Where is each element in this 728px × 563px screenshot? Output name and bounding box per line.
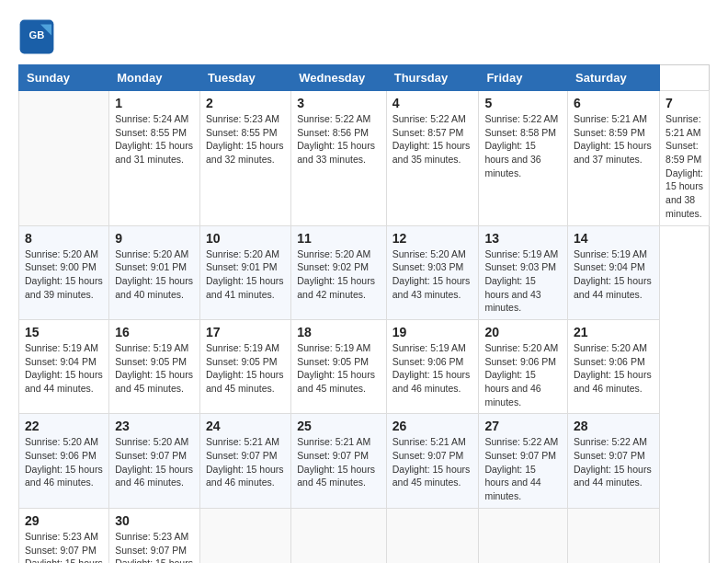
day-number: 14 (574, 231, 654, 246)
calendar-week-2: 8 Sunrise: 5:20 AM Sunset: 9:00 PM Dayli… (19, 225, 710, 319)
calendar-cell: 22 Sunrise: 5:20 AM Sunset: 9:06 PM Dayl… (19, 414, 109, 508)
day-number: 28 (574, 419, 654, 433)
day-info: Sunrise: 5:19 AM Sunset: 9:06 PM Dayligh… (392, 341, 473, 396)
day-info: Sunrise: 5:20 AM Sunset: 9:00 PM Dayligh… (25, 247, 103, 302)
day-number: 29 (25, 513, 103, 528)
calendar-cell (386, 508, 479, 563)
day-info: Sunrise: 5:20 AM Sunset: 9:01 PM Dayligh… (206, 247, 285, 302)
day-info: Sunrise: 5:22 AM Sunset: 8:56 PM Dayligh… (297, 112, 380, 167)
day-info: Sunrise: 5:20 AM Sunset: 9:06 PM Dayligh… (484, 341, 562, 408)
calendar-week-1: 1 Sunrise: 5:24 AM Sunset: 8:55 PM Dayli… (19, 91, 710, 226)
day-info: Sunrise: 5:20 AM Sunset: 9:01 PM Dayligh… (115, 247, 194, 302)
day-info: Sunrise: 5:20 AM Sunset: 9:02 PM Dayligh… (297, 247, 380, 302)
calendar-cell: 28 Sunrise: 5:22 AM Sunset: 9:07 PM Dayl… (568, 414, 660, 508)
calendar-cell (291, 508, 386, 563)
calendar-cell: 20 Sunrise: 5:20 AM Sunset: 9:06 PM Dayl… (479, 319, 568, 413)
calendar-cell: 2 Sunrise: 5:23 AM Sunset: 8:55 PM Dayli… (199, 91, 290, 226)
calendar-cell: 4 Sunrise: 5:22 AM Sunset: 8:57 PM Dayli… (386, 91, 479, 226)
calendar-cell: 15 Sunrise: 5:19 AM Sunset: 9:04 PM Dayl… (19, 319, 109, 413)
calendar-cell: 21 Sunrise: 5:20 AM Sunset: 9:06 PM Dayl… (568, 319, 660, 413)
day-number: 5 (484, 96, 562, 110)
day-info: Sunrise: 5:22 AM Sunset: 9:07 PM Dayligh… (484, 435, 562, 502)
day-info: Sunrise: 5:23 AM Sunset: 9:07 PM Dayligh… (25, 530, 103, 563)
day-number: 26 (392, 419, 473, 433)
calendar-cell: 29 Sunrise: 5:23 AM Sunset: 9:07 PM Dayl… (19, 508, 109, 563)
day-number: 11 (297, 231, 380, 246)
weekday-row: SundayMondayTuesdayWednesdayThursdayFrid… (19, 65, 710, 91)
day-info: Sunrise: 5:21 AM Sunset: 8:59 PM Dayligh… (665, 112, 703, 221)
calendar-cell: 23 Sunrise: 5:20 AM Sunset: 9:07 PM Dayl… (109, 414, 200, 508)
day-info: Sunrise: 5:21 AM Sunset: 9:07 PM Dayligh… (392, 435, 473, 489)
calendar-body: 1 Sunrise: 5:24 AM Sunset: 8:55 PM Dayli… (19, 91, 710, 564)
day-info: Sunrise: 5:21 AM Sunset: 8:59 PM Dayligh… (574, 112, 654, 167)
calendar-cell: 10 Sunrise: 5:20 AM Sunset: 9:01 PM Dayl… (199, 225, 290, 319)
logo: GB (18, 18, 61, 55)
logo-icon: GB (18, 18, 55, 55)
calendar-cell: 14 Sunrise: 5:19 AM Sunset: 9:04 PM Dayl… (568, 225, 660, 319)
calendar-cell: 3 Sunrise: 5:22 AM Sunset: 8:56 PM Dayli… (291, 91, 386, 226)
weekday-header-sunday: Sunday (19, 65, 109, 91)
calendar-cell: 27 Sunrise: 5:22 AM Sunset: 9:07 PM Dayl… (479, 414, 568, 508)
day-info: Sunrise: 5:20 AM Sunset: 9:03 PM Dayligh… (392, 247, 473, 302)
day-info: Sunrise: 5:19 AM Sunset: 9:04 PM Dayligh… (574, 247, 654, 302)
calendar-cell: 18 Sunrise: 5:19 AM Sunset: 9:05 PM Dayl… (291, 319, 386, 413)
day-number: 10 (206, 231, 285, 246)
calendar-cell: 1 Sunrise: 5:24 AM Sunset: 8:55 PM Dayli… (109, 91, 200, 226)
day-number: 22 (25, 419, 103, 433)
header: GB (18, 18, 710, 55)
day-info: Sunrise: 5:20 AM Sunset: 9:07 PM Dayligh… (115, 435, 194, 489)
day-info: Sunrise: 5:22 AM Sunset: 9:07 PM Dayligh… (574, 435, 654, 489)
day-number: 4 (392, 96, 473, 110)
calendar-cell (199, 508, 290, 563)
calendar-cell: 16 Sunrise: 5:19 AM Sunset: 9:05 PM Dayl… (109, 319, 200, 413)
day-info: Sunrise: 5:20 AM Sunset: 9:06 PM Dayligh… (574, 341, 654, 396)
weekday-header-tuesday: Tuesday (199, 65, 290, 91)
weekday-header-friday: Friday (479, 65, 568, 91)
day-number: 23 (115, 419, 194, 433)
day-info: Sunrise: 5:22 AM Sunset: 8:57 PM Dayligh… (392, 112, 473, 167)
svg-text:GB: GB (29, 29, 45, 40)
day-number: 19 (392, 325, 473, 339)
day-info: Sunrise: 5:19 AM Sunset: 9:05 PM Dayligh… (115, 341, 194, 396)
day-number: 17 (206, 325, 285, 339)
day-number: 6 (574, 96, 654, 110)
day-info: Sunrise: 5:19 AM Sunset: 9:05 PM Dayligh… (297, 341, 380, 396)
day-number: 21 (574, 325, 654, 339)
calendar: SundayMondayTuesdayWednesdayThursdayFrid… (18, 64, 710, 563)
calendar-cell: 30 Sunrise: 5:23 AM Sunset: 9:07 PM Dayl… (109, 508, 200, 563)
day-number: 1 (115, 96, 194, 110)
day-number: 15 (25, 325, 103, 339)
calendar-cell: 24 Sunrise: 5:21 AM Sunset: 9:07 PM Dayl… (199, 414, 290, 508)
calendar-cell: 25 Sunrise: 5:21 AM Sunset: 9:07 PM Dayl… (291, 414, 386, 508)
day-number: 8 (25, 231, 103, 246)
calendar-cell: 6 Sunrise: 5:21 AM Sunset: 8:59 PM Dayli… (568, 91, 660, 226)
day-number: 2 (206, 96, 285, 110)
calendar-cell: 5 Sunrise: 5:22 AM Sunset: 8:58 PM Dayli… (479, 91, 568, 226)
calendar-cell: 19 Sunrise: 5:19 AM Sunset: 9:06 PM Dayl… (386, 319, 479, 413)
calendar-week-4: 22 Sunrise: 5:20 AM Sunset: 9:06 PM Dayl… (19, 414, 710, 508)
day-number: 7 (665, 96, 703, 110)
calendar-header: SundayMondayTuesdayWednesdayThursdayFrid… (19, 65, 710, 91)
day-info: Sunrise: 5:23 AM Sunset: 8:55 PM Dayligh… (206, 112, 285, 167)
day-info: Sunrise: 5:24 AM Sunset: 8:55 PM Dayligh… (115, 112, 194, 167)
calendar-cell: 8 Sunrise: 5:20 AM Sunset: 9:00 PM Dayli… (19, 225, 109, 319)
day-number: 25 (297, 419, 380, 433)
day-info: Sunrise: 5:19 AM Sunset: 9:05 PM Dayligh… (206, 341, 285, 396)
day-info: Sunrise: 5:23 AM Sunset: 9:07 PM Dayligh… (115, 530, 194, 563)
day-number: 16 (115, 325, 194, 339)
weekday-header-monday: Monday (109, 65, 200, 91)
weekday-header-wednesday: Wednesday (291, 65, 386, 91)
day-info: Sunrise: 5:19 AM Sunset: 9:04 PM Dayligh… (25, 341, 103, 396)
day-number: 9 (115, 231, 194, 246)
day-number: 3 (297, 96, 380, 110)
weekday-header-saturday: Saturday (568, 65, 660, 91)
calendar-cell: 12 Sunrise: 5:20 AM Sunset: 9:03 PM Dayl… (386, 225, 479, 319)
calendar-cell: 7 Sunrise: 5:21 AM Sunset: 8:59 PM Dayli… (660, 91, 710, 226)
calendar-cell (19, 91, 109, 226)
calendar-cell (568, 508, 660, 563)
calendar-week-3: 15 Sunrise: 5:19 AM Sunset: 9:04 PM Dayl… (19, 319, 710, 413)
day-number: 20 (484, 325, 562, 339)
day-info: Sunrise: 5:20 AM Sunset: 9:06 PM Dayligh… (25, 435, 103, 489)
day-number: 30 (115, 513, 194, 528)
day-info: Sunrise: 5:21 AM Sunset: 9:07 PM Dayligh… (297, 435, 380, 489)
